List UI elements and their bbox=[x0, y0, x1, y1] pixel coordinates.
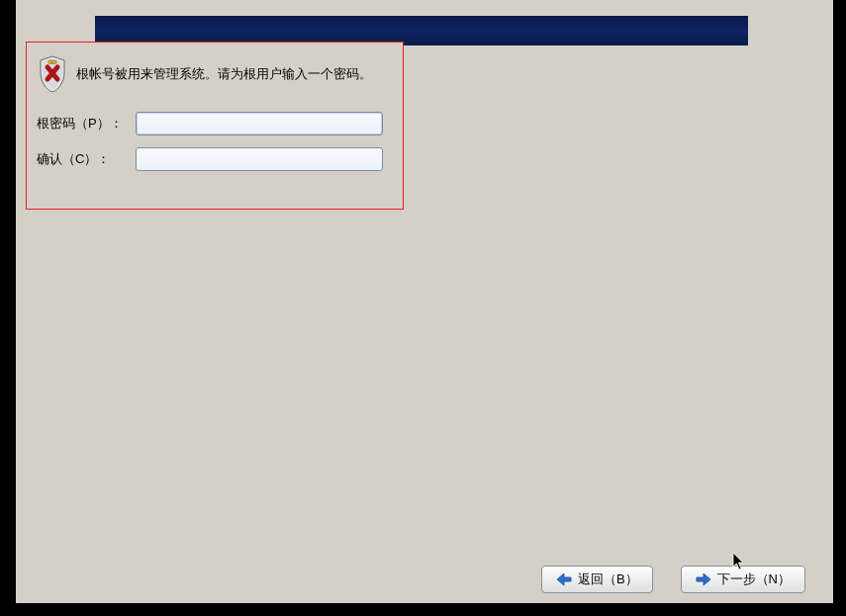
footer-buttons: 返回（B） 下一步（N） bbox=[541, 566, 805, 593]
arrow-left-icon bbox=[556, 572, 572, 586]
password-row: 根密码（P）： bbox=[37, 112, 393, 135]
info-text: 根帐号被用来管理系统。请为根用户输入一个密码。 bbox=[76, 65, 372, 83]
next-button[interactable]: 下一步（N） bbox=[681, 566, 805, 593]
root-password-input[interactable] bbox=[136, 112, 383, 135]
root-password-panel: 根帐号被用来管理系统。请为根用户输入一个密码。 根密码（P）： 确认（C）： bbox=[26, 42, 404, 210]
info-row: 根帐号被用来管理系统。请为根用户输入一个密码。 bbox=[37, 54, 393, 94]
arrow-right-icon bbox=[696, 572, 711, 586]
installer-screen: 根帐号被用来管理系统。请为根用户输入一个密码。 根密码（P）： 确认（C）： 返… bbox=[16, 0, 833, 603]
back-button-label: 返回（B） bbox=[578, 571, 638, 588]
confirm-password-input[interactable] bbox=[136, 147, 383, 171]
next-button-label: 下一步（N） bbox=[717, 571, 791, 588]
back-button[interactable]: 返回（B） bbox=[541, 566, 653, 593]
confirm-label: 确认（C）： bbox=[37, 150, 136, 168]
confirm-row: 确认（C）： bbox=[37, 147, 393, 171]
shield-icon bbox=[37, 54, 68, 94]
password-label: 根密码（P）： bbox=[37, 115, 136, 132]
